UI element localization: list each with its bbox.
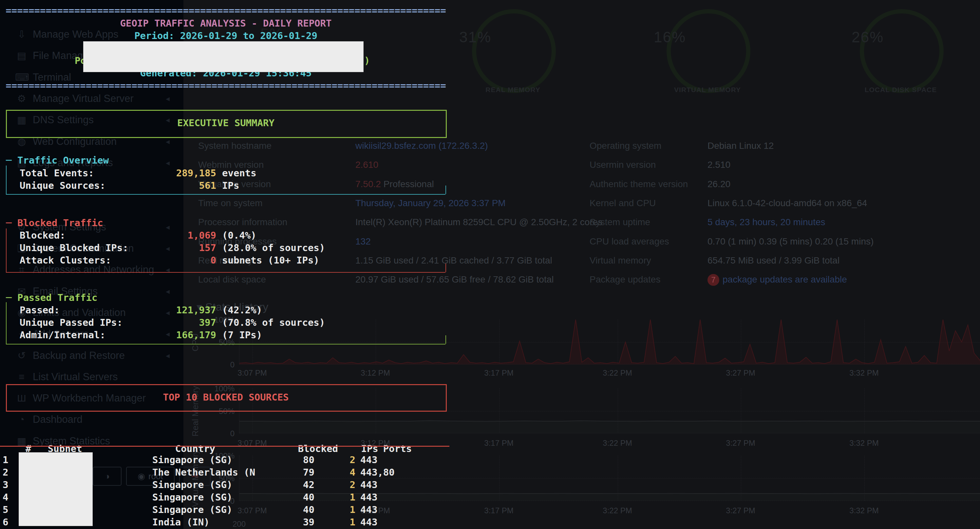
overview-stat-row: Total Events:289,185events [20,167,256,179]
info-label: System hostname [198,140,355,151]
col-blocked: Blocked [298,443,337,455]
sysinfo-left-row: System hostnamewikiisil29.bsfez.com (172… [198,140,488,159]
box-dash: ─ [6,155,18,166]
report-divider-top: ========================================… [5,4,447,17]
sysinfo-right-row: Operating systemDebian Linux 12 [590,140,774,159]
cell-blocked: 80 [275,454,315,466]
sysinfo-right-row: Authentic theme version26.20 [590,178,730,198]
cell-ips: 2 [315,454,355,466]
time-tick: 3:27 PM [718,506,764,515]
time-tick: 3:22 PM [595,368,640,378]
sysinfo-right-row: Package updates7package updates are avai… [590,274,847,293]
box-dash: ─ [6,292,18,303]
info-label: Package updates [590,274,708,285]
passed-section-title: ─ Passed Traffic [6,292,97,304]
cell-country: India (IN) [152,516,275,528]
stat-value: 289,185 [170,167,216,179]
virtual-memory-gauge-label: VIRTUAL MEMORY [655,86,760,94]
cell-country: Singapore (SG) [152,454,275,466]
overview-stat-row: Unique Sources:561IPs [20,179,239,192]
time-tick: 3:32 PM [841,506,887,515]
time-tick: 3:07 PM [229,368,275,378]
cell-blocked: 39 [275,516,315,528]
time-tick: 3:27 PM [718,438,764,448]
virtual-memory-gauge-ring [667,9,750,93]
info-label: CPU load averages [590,236,708,247]
executive-summary-title: EXECUTIVE SUMMARY [5,117,447,129]
sysinfo-left-row: Local disk space20.97 GiB used / 57.65 G… [198,274,554,293]
time-tick: 3:17 PM [476,438,522,448]
time-tick: 3:12 PM [352,368,398,378]
cell-ips: 1 [315,504,355,516]
stat-value: 121,937 [170,304,216,316]
blocked-stat-row: Unique Blocked IPs:157(28.0% of sources) [20,242,325,254]
ytick: 0 [205,360,234,370]
cell-country: The Netherlands (N [152,466,275,478]
stat-suffix: (0.4%) [222,230,256,241]
info-value[interactable]: wikiisil29.bsfez.com (172.26.3.2) [355,140,488,151]
info-label: Virtual memory [590,255,708,266]
blocked-section-title: ─ Blocked Traffic [6,217,103,229]
stat-suffix: IPs [222,180,239,191]
info-label: System uptime [590,217,708,228]
cell-ports: 443 [360,454,377,465]
stat-value: 397 [170,316,216,329]
info-label: Operating system [590,140,708,151]
time-tick: 3:22 PM [595,438,640,448]
col-ips: IPs [337,443,378,455]
time-tick: 3:32 PM [841,438,887,448]
time-tick: 3:17 PM [476,506,522,515]
cell-ips: 2 [315,478,355,491]
info-value: Debian Linux 12 [708,140,774,151]
cell-ports: 443 [360,479,377,490]
sysinfo-left-row: Time on systemThursday, January 29, 2026… [198,198,506,217]
cell-ports: 443 [360,504,377,515]
cell-blocked: 40 [275,504,315,516]
info-label: Time on system [198,198,355,209]
stat-label: Total Events: [20,167,170,179]
cell-blocked: 40 [275,491,315,504]
screen: ⇩Manage Web Apps▤File Manager⌨Terminal⚙M… [0,0,980,529]
passed-stat-row: Passed:121,937(42.2%) [20,304,262,316]
passed-stat-row: Admin/Internal:166,179(7 IPs) [20,329,262,341]
cell-ips: 4 [315,466,355,478]
box-dash: ─ [6,217,18,228]
info-value[interactable]: package updates are available [722,274,847,285]
info-value: Linux 6.1.0-42-cloud-amd64 on x86_64 [708,198,867,208]
cell-ports: 443,80 [360,467,395,478]
real-memory-gauge-ring [472,9,556,93]
stat-label: Passed: [20,304,170,316]
stat-value: 561 [170,179,216,192]
cell-ips: 1 [315,491,355,504]
info-value: 26.20 [708,179,730,189]
stat-value: 1,069 [170,229,216,242]
info-value[interactable]: Thursday, January 29, 2026 3:37 PM [355,198,506,208]
stat-label: Unique Passed IPs: [20,316,170,329]
overview-section-title: ─ Traffic Overview [6,154,109,166]
disk-gauge-value: 26% [852,28,884,46]
cell-ports: 443 [360,492,377,503]
stat-label: Unique Sources: [20,179,170,192]
cell-country: Singapore (SG) [152,491,275,504]
col-ports: Ports [383,443,412,454]
info-value[interactable]: 5 days, 23 hours, 20 minutes [708,217,826,227]
stat-suffix: (70.8% of sources) [222,317,325,328]
cell-country: Singapore (SG) [152,504,275,516]
real-memory-gauge-label: REAL MEMORY [461,86,565,94]
info-label: Local disk space [198,274,355,285]
report-title: GEOIP TRAFFIC ANALYSIS - DAILY REPORT [5,17,447,30]
report-period: Period: 2026-01-29 to 2026-01-29 [5,30,447,42]
virtual-memory-gauge-value: 16% [654,28,686,46]
info-label: Kernel and CPU [590,198,708,209]
info-label: Usermin version [590,159,708,170]
stat-label: Admin/Internal: [20,329,170,341]
report-divider-bottom: ========================================… [5,79,447,92]
stat-suffix: (28.0% of sources) [222,242,325,253]
cell-blocked: 42 [275,478,315,491]
sysinfo-right-row: Virtual memory654.75 MiB used / 3.99 GiB… [590,255,840,274]
cell-country: Singapore (SG) [152,478,275,491]
top-blocked-title: TOP 10 BLOCKED SOURCES [5,391,447,403]
stat-suffix: subnets (10+ IPs) [222,255,319,266]
updates-badge: 7 [708,274,719,286]
col-country: Country [175,443,298,455]
